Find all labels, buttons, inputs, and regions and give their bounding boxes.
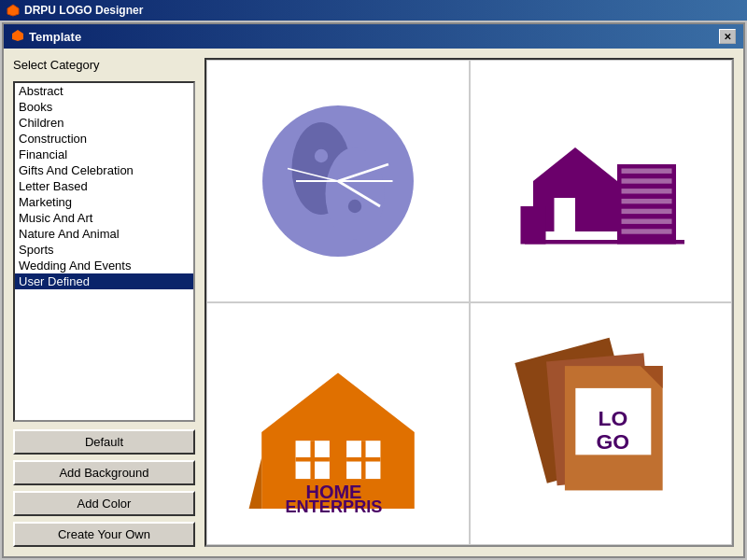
category-item-financial[interactable]: Financial — [15, 147, 193, 162]
category-list[interactable]: AbstractBooksChildrenConstructionFinanci… — [13, 81, 195, 422]
svg-point-4 — [325, 147, 384, 240]
category-item-construction[interactable]: Construction — [15, 131, 193, 147]
category-item-abstract[interactable]: Abstract — [15, 83, 193, 99]
left-panel: Select Category AbstractBooksChildrenCon… — [13, 58, 195, 547]
template-window: Template ✕ Select Category AbstractBooks… — [2, 22, 745, 558]
category-label: Select Category — [13, 58, 195, 72]
svg-rect-19 — [622, 209, 672, 214]
logo-cell-1[interactable] — [206, 60, 470, 302]
add-background-button[interactable]: Add Background — [13, 460, 195, 485]
svg-point-5 — [315, 149, 328, 162]
svg-rect-13 — [555, 198, 576, 231]
button-group: Default Add Background Add Color Create … — [13, 429, 195, 547]
default-button[interactable]: Default — [13, 429, 195, 455]
svg-marker-23 — [525, 240, 684, 245]
add-color-button[interactable]: Add Color — [13, 491, 195, 516]
svg-marker-0 — [7, 5, 19, 16]
svg-marker-32 — [248, 457, 261, 509]
category-item-nature[interactable]: Nature And Animal — [15, 226, 193, 242]
category-item-books[interactable]: Books — [15, 99, 193, 115]
create-your-own-button[interactable]: Create Your Own — [13, 522, 195, 547]
category-item-letter[interactable]: Letter Based — [15, 178, 193, 194]
svg-rect-17 — [622, 189, 672, 193]
logo-cell-2[interactable] — [470, 60, 733, 302]
close-button[interactable]: ✕ — [719, 29, 736, 44]
logo-grid: HOME ENTERPRIS LO — [204, 58, 734, 547]
window-title: Template — [29, 30, 719, 44]
category-item-user_defined[interactable]: User Defined — [15, 273, 193, 289]
svg-rect-18 — [622, 199, 672, 203]
window-title-bar: Template ✕ — [4, 24, 743, 49]
category-item-marketing[interactable]: Marketing — [15, 194, 193, 210]
category-item-wedding[interactable]: Wedding And Events — [15, 258, 193, 273]
svg-text:LO: LO — [599, 406, 628, 430]
svg-rect-16 — [622, 178, 672, 183]
app-icon — [6, 3, 21, 18]
svg-marker-1 — [12, 30, 23, 41]
category-item-children[interactable]: Children — [15, 115, 193, 131]
category-item-music[interactable]: Music And Art — [15, 210, 193, 226]
category-item-gifts[interactable]: Gifts And Celebration — [15, 162, 193, 178]
category-item-sports[interactable]: Sports — [15, 242, 193, 258]
svg-text:GO: GO — [597, 429, 630, 454]
window-content: Select Category AbstractBooksChildrenCon… — [4, 49, 743, 556]
app-title-bar: DRPU LOGO Designer — [0, 0, 747, 21]
svg-rect-21 — [622, 229, 672, 233]
svg-rect-24 — [521, 206, 546, 245]
logo-cell-4[interactable]: LO GO — [470, 302, 733, 545]
window-icon — [11, 29, 24, 45]
app-title: DRPU LOGO Designer — [24, 4, 741, 17]
svg-rect-15 — [622, 169, 672, 174]
svg-text:ENTERPRIS: ENTERPRIS — [285, 497, 382, 516]
svg-rect-20 — [622, 219, 672, 224]
logo-cell-3[interactable]: HOME ENTERPRIS — [206, 302, 470, 545]
svg-point-6 — [348, 200, 361, 213]
